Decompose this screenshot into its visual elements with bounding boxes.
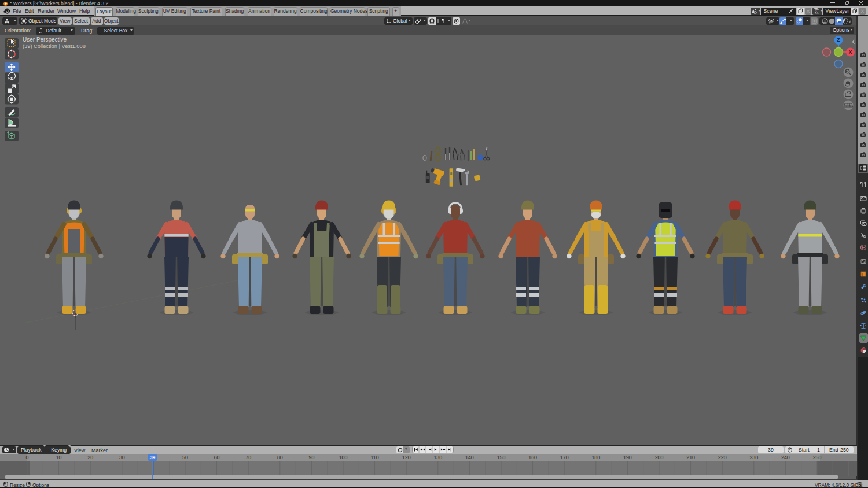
svg-text:60: 60 (214, 454, 220, 460)
svg-text:220: 220 (718, 454, 727, 460)
svg-text:250: 250 (813, 454, 822, 460)
svg-text:20: 20 (87, 454, 93, 460)
svg-text:10: 10 (56, 454, 62, 460)
svg-text:50: 50 (182, 454, 188, 460)
svg-text:X: X (849, 49, 852, 55)
svg-text:150: 150 (497, 454, 506, 460)
svg-text:0: 0 (26, 454, 29, 460)
svg-text:180: 180 (591, 454, 600, 460)
svg-text:210: 210 (686, 454, 695, 460)
svg-text:39: 39 (150, 454, 156, 460)
svg-text:120: 120 (402, 454, 411, 460)
svg-text:230: 230 (749, 454, 758, 460)
svg-text:Z: Z (837, 37, 840, 43)
svg-text:110: 110 (371, 454, 379, 460)
svg-text:160: 160 (528, 454, 537, 460)
svg-text:100: 100 (339, 454, 348, 460)
svg-text:80: 80 (277, 454, 283, 460)
svg-text:200: 200 (655, 454, 664, 460)
svg-text:130: 130 (433, 454, 442, 460)
svg-text:70: 70 (245, 454, 251, 460)
svg-text:30: 30 (119, 454, 125, 460)
svg-text:90: 90 (309, 454, 315, 460)
svg-text:190: 190 (623, 454, 632, 460)
svg-text:140: 140 (465, 454, 474, 460)
svg-text:240: 240 (781, 454, 790, 460)
svg-text:170: 170 (560, 454, 569, 460)
